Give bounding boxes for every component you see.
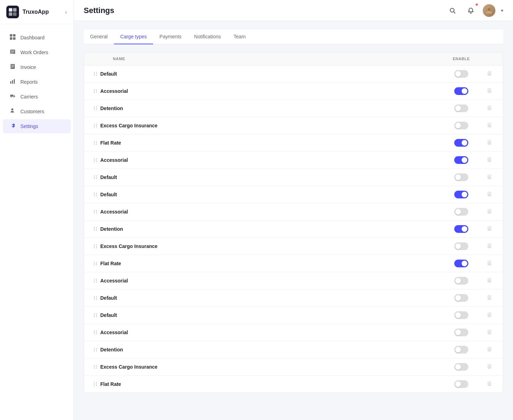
- row-actions: [482, 259, 496, 268]
- drag-handle[interactable]: [90, 330, 100, 335]
- enable-toggle[interactable]: [454, 70, 468, 78]
- svg-point-73: [96, 230, 97, 231]
- delete-button[interactable]: [485, 310, 494, 320]
- enable-toggle[interactable]: [454, 329, 468, 336]
- drag-handle[interactable]: [90, 158, 100, 163]
- sidebar-item-invoice[interactable]: Invoice: [3, 60, 71, 74]
- svg-rect-9: [12, 80, 13, 84]
- svg-point-78: [94, 247, 95, 248]
- svg-point-15: [96, 72, 97, 73]
- enable-toggle[interactable]: [454, 277, 468, 285]
- delete-button[interactable]: [485, 293, 494, 303]
- enable-toggle[interactable]: [454, 122, 468, 129]
- delete-button[interactable]: [485, 207, 494, 217]
- tab-notifications[interactable]: Notifications: [188, 30, 227, 44]
- sidebar-item-reports[interactable]: Reports: [3, 75, 71, 89]
- sidebar-item-label: Dashboard: [20, 35, 45, 40]
- drag-handle[interactable]: [90, 227, 100, 231]
- delete-button[interactable]: [485, 172, 494, 182]
- delete-button[interactable]: [485, 103, 494, 113]
- settings-icon: [9, 123, 16, 130]
- svg-point-66: [94, 213, 95, 214]
- enable-toggle[interactable]: [454, 294, 468, 302]
- drag-handle[interactable]: [90, 175, 100, 180]
- header: Settings: [74, 0, 513, 21]
- svg-point-68: [94, 227, 95, 228]
- search-button[interactable]: [446, 4, 459, 17]
- delete-button[interactable]: [485, 327, 494, 337]
- toggle-cell: [440, 173, 482, 181]
- drag-handle[interactable]: [90, 89, 100, 94]
- delete-button[interactable]: [485, 224, 494, 234]
- delete-button[interactable]: [485, 69, 494, 79]
- user-menu-chevron[interactable]: ▾: [501, 8, 503, 13]
- drag-handle[interactable]: [90, 209, 100, 214]
- notifications-button[interactable]: [464, 4, 477, 17]
- enable-toggle[interactable]: [454, 156, 468, 164]
- enable-toggle[interactable]: [454, 311, 468, 319]
- svg-point-92: [94, 296, 95, 297]
- drag-handle[interactable]: [90, 295, 100, 300]
- drag-handle[interactable]: [90, 140, 100, 145]
- drag-handle[interactable]: [90, 382, 100, 387]
- tab-cargo-types[interactable]: Carge types: [114, 30, 153, 44]
- table-row: Excess Cargo Insurance: [84, 358, 503, 376]
- drag-handle[interactable]: [90, 123, 100, 128]
- sidebar-back-button[interactable]: ‹: [65, 8, 67, 16]
- drag-handle[interactable]: [90, 106, 100, 111]
- drag-handle[interactable]: [90, 261, 100, 266]
- delete-button[interactable]: [485, 121, 494, 131]
- delete-button[interactable]: [485, 138, 494, 148]
- drag-handle[interactable]: [90, 278, 100, 283]
- delete-button[interactable]: [485, 276, 494, 286]
- sidebar-item-carriers[interactable]: Carriers: [3, 90, 71, 104]
- svg-point-117: [96, 365, 97, 366]
- tab-general[interactable]: General: [84, 30, 114, 44]
- svg-point-69: [96, 227, 97, 228]
- delete-button[interactable]: [485, 379, 494, 389]
- cargo-type-name: Flat Rate: [100, 381, 440, 387]
- drag-handle[interactable]: [90, 192, 100, 197]
- table-row: Detention: [84, 100, 503, 117]
- sidebar-item-work-orders[interactable]: Work Orders: [3, 45, 71, 59]
- drag-handle[interactable]: [90, 364, 100, 369]
- avatar[interactable]: [483, 4, 495, 17]
- drag-handle[interactable]: [90, 313, 100, 318]
- tab-team[interactable]: Team: [227, 30, 252, 44]
- drag-handle[interactable]: [90, 71, 100, 76]
- delete-button[interactable]: [485, 190, 494, 199]
- enable-toggle[interactable]: [454, 242, 468, 250]
- enable-toggle[interactable]: [454, 260, 468, 267]
- cargo-type-name: Default: [100, 71, 440, 77]
- enable-toggle[interactable]: [454, 87, 468, 95]
- svg-point-42: [94, 144, 95, 145]
- enable-toggle[interactable]: [454, 346, 468, 354]
- svg-point-83: [96, 263, 97, 264]
- drag-handle[interactable]: [90, 244, 100, 249]
- cargo-type-name: Default: [100, 192, 440, 197]
- delete-button[interactable]: [485, 362, 494, 372]
- toggle-cell: [440, 363, 482, 371]
- delete-button[interactable]: [485, 241, 494, 251]
- enable-toggle[interactable]: [454, 363, 468, 371]
- enable-toggle[interactable]: [454, 173, 468, 181]
- enable-toggle[interactable]: [454, 225, 468, 233]
- enable-toggle[interactable]: [454, 208, 468, 216]
- tab-payments[interactable]: Payments: [153, 30, 188, 44]
- sidebar-item-label: Carriers: [20, 94, 38, 100]
- app-name: TruxoApp: [23, 9, 49, 15]
- delete-button[interactable]: [485, 259, 494, 268]
- delete-button[interactable]: [485, 86, 494, 96]
- enable-toggle[interactable]: [454, 139, 468, 147]
- sidebar-item-settings[interactable]: Settings: [3, 119, 71, 133]
- cargo-type-name: Detention: [100, 347, 440, 352]
- enable-toggle[interactable]: [454, 104, 468, 112]
- svg-point-31: [96, 109, 97, 110]
- sidebar-item-customers[interactable]: Customers: [3, 104, 71, 119]
- delete-button[interactable]: [485, 345, 494, 355]
- enable-toggle[interactable]: [454, 380, 468, 388]
- delete-button[interactable]: [485, 155, 494, 165]
- drag-handle[interactable]: [90, 347, 100, 352]
- enable-toggle[interactable]: [454, 191, 468, 198]
- sidebar-item-dashboard[interactable]: Dashboard: [3, 31, 71, 45]
